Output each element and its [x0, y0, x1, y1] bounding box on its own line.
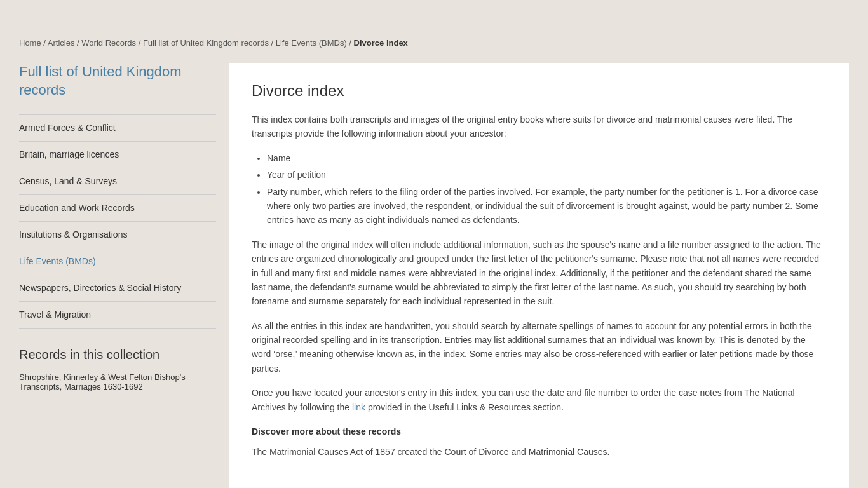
discover-heading: Discover more about these records	[252, 424, 826, 438]
breadcrumb-world-records[interactable]: World Records	[81, 38, 136, 48]
sidebar-link-newspapers[interactable]: Newspapers, Directories & Social History	[19, 283, 181, 293]
paragraph-4: Once you have located your ancestor's en…	[252, 386, 826, 414]
bullet-item-party: Party number, which refers to the filing…	[267, 185, 826, 227]
sidebar-title: Full list of United Kingdom records	[19, 63, 216, 99]
breadcrumb-current: Divorce index	[354, 38, 408, 48]
breadcrumb-uk-records[interactable]: Full list of United Kingdom records	[143, 38, 269, 48]
bullet-item-year: Year of petition	[267, 168, 826, 182]
sidebar-collection-item: Shropshire, Kinnerley & West Felton Bish…	[19, 372, 216, 396]
sidebar-link-education[interactable]: Education and Work Records	[19, 203, 135, 213]
useful-link[interactable]: link	[352, 402, 365, 412]
main-content: Divorce index This index contains both t…	[229, 63, 849, 488]
sidebar-item-life-events[interactable]: Life Events (BMDs)	[19, 248, 216, 274]
sidebar-item-institutions[interactable]: Institutions & Organisations	[19, 221, 216, 248]
sidebar-item-marriage[interactable]: Britain, marriage licences	[19, 141, 216, 168]
bullet-list: Name Year of petition Party number, whic…	[267, 151, 826, 227]
sidebar-link-census[interactable]: Census, Land & Surveys	[19, 176, 117, 186]
breadcrumb-home[interactable]: Home	[19, 38, 41, 48]
paragraph-3: As all the entries in this index are han…	[252, 319, 826, 376]
breadcrumb-articles[interactable]: Articles	[48, 38, 75, 48]
breadcrumb-life-events[interactable]: Life Events (BMDs)	[276, 38, 347, 48]
sidebar-item-armed-forces[interactable]: Armed Forces & Conflict	[19, 114, 216, 141]
page-title: Divorce index	[252, 82, 826, 100]
intro-paragraph: This index contains both transcripts and…	[252, 112, 826, 141]
breadcrumb: Home / Articles / World Records / Full l…	[19, 38, 849, 48]
paragraph-4-after-link: provided in the Useful Links & Resources…	[368, 402, 564, 412]
sidebar-link-marriage[interactable]: Britain, marriage licences	[19, 149, 119, 159]
sidebar-records-title: Records in this collection	[19, 348, 216, 362]
sidebar-nav: Armed Forces & Conflict Britain, marriag…	[19, 114, 216, 329]
sidebar-link-life-events[interactable]: Life Events (BMDs)	[19, 256, 96, 266]
sidebar-link-institutions[interactable]: Institutions & Organisations	[19, 229, 127, 240]
sidebar-item-census[interactable]: Census, Land & Surveys	[19, 168, 216, 194]
sidebar-link-armed-forces[interactable]: Armed Forces & Conflict	[19, 123, 116, 133]
sidebar-item-education[interactable]: Education and Work Records	[19, 194, 216, 221]
sidebar: Full list of United Kingdom records Arme…	[19, 63, 216, 396]
sidebar-link-travel[interactable]: Travel & Migration	[19, 309, 91, 320]
paragraph-2: The image of the original index will oft…	[252, 238, 826, 309]
paragraph-5: The Matrimonial Causes Act of 1857 creat…	[252, 445, 826, 459]
sidebar-item-newspapers[interactable]: Newspapers, Directories & Social History	[19, 274, 216, 301]
sidebar-item-travel[interactable]: Travel & Migration	[19, 301, 216, 329]
bullet-item-name: Name	[267, 151, 826, 165]
